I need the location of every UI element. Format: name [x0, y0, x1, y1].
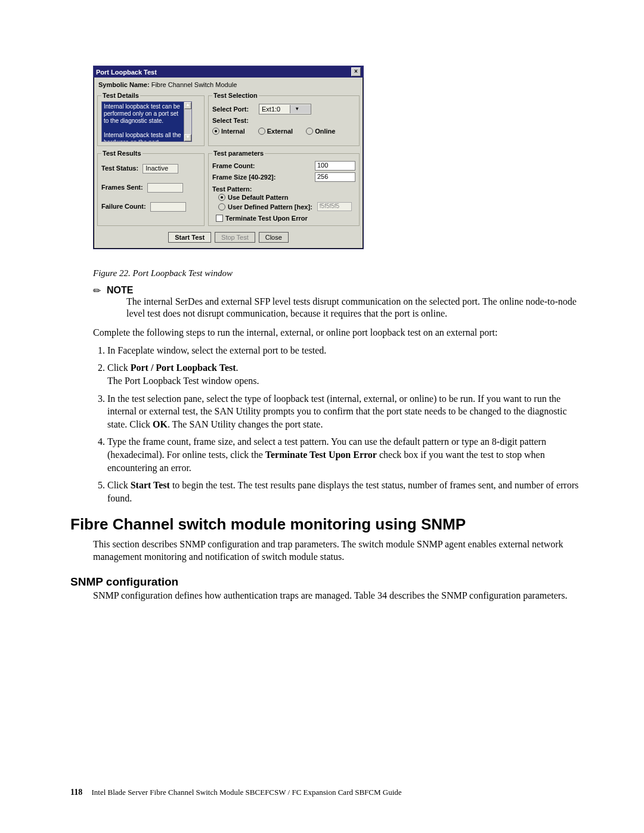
radio-dot-on-icon — [212, 128, 219, 135]
radio-dot-icon — [306, 128, 313, 135]
failure-count-label: Failure Count: — [101, 203, 146, 210]
step-2-sub: The Port Loopback Test window opens. — [107, 374, 584, 388]
select-port-value: Ext1:0 — [259, 106, 290, 113]
legend-test-results: Test Results — [101, 150, 143, 157]
intro-paragraph: Complete the following steps to run the … — [93, 327, 584, 339]
test-type-radio-group: Internal External Online — [212, 128, 355, 135]
group-test-details: Test Details Internal loopback test can … — [97, 92, 205, 146]
frame-size-label: Frame Size [40-292]: — [212, 174, 275, 181]
radio-use-default[interactable]: Use Default Pattern — [218, 194, 355, 201]
radio-user-defined[interactable]: User Defined Pattern [hex]: f5f5f5f5 — [218, 202, 355, 211]
select-port-label: Select Port: — [212, 106, 254, 113]
close-icon[interactable]: × — [351, 67, 361, 76]
legend-test-details: Test Details — [101, 92, 140, 99]
frames-sent-value — [147, 183, 183, 193]
details-para2: Internal loopback tests all the hardware… — [104, 132, 181, 142]
select-port-combo[interactable]: Ext1:0 ▼ — [259, 104, 311, 114]
details-textarea[interactable]: Internal loopback test can be performed … — [101, 101, 192, 142]
frame-count-label: Frame Count: — [212, 162, 255, 169]
user-defined-hex-input[interactable]: f5f5f5f5 — [317, 202, 352, 211]
terminate-on-error-checkbox[interactable]: Terminate Test Upon Error — [216, 215, 355, 222]
radio-dot-icon — [258, 128, 265, 135]
stop-test-button: Stop Test — [215, 232, 255, 243]
group-test-parameters: Test parameters Frame Count: 100 Frame S… — [208, 150, 360, 226]
test-status-label: Test Status: — [101, 165, 138, 172]
select-test-label: Select Test: — [212, 117, 254, 124]
step-3: In the test selection pane, select the t… — [107, 392, 584, 431]
step-4: Type the frame count, frame size, and se… — [107, 435, 584, 474]
subsection-paragraph: SNMP configuration defines how authentic… — [93, 590, 584, 602]
scroll-up-icon[interactable]: ▲ — [184, 102, 191, 109]
chevron-down-icon[interactable]: ▼ — [290, 105, 311, 113]
dialog-title: Port Loopback Test — [96, 69, 157, 76]
symbolic-name-line: Symbolic Name: Fibre Channel Switch Modu… — [97, 80, 360, 91]
section-heading: Fibre Channel switch module monitoring u… — [70, 515, 584, 534]
page-number: 118 — [70, 788, 82, 797]
note-heading: NOTE — [107, 285, 133, 295]
frame-count-input[interactable]: 100 — [315, 161, 355, 171]
scrollbar[interactable]: ▲ ▼ — [184, 102, 191, 141]
radio-dot-icon — [218, 203, 225, 210]
group-test-results: Test Results Test Status: Inactive Frame… — [97, 150, 205, 226]
dialog-titlebar: Port Loopback Test × — [94, 66, 363, 78]
checkbox-icon — [216, 215, 223, 222]
footer-text: Intel Blade Server Fibre Channel Switch … — [91, 788, 401, 797]
close-button[interactable]: Close — [259, 232, 289, 243]
step-2: Click Port / Port Loopback Test. The Por… — [107, 361, 584, 387]
dialog-window: Port Loopback Test × Symbolic Name: Fibr… — [93, 66, 364, 249]
step-1: In Faceplate window, select the external… — [107, 344, 584, 357]
legend-test-parameters: Test parameters — [212, 150, 265, 157]
frames-sent-label: Frames Sent: — [101, 184, 143, 191]
symbolic-value: Fibre Channel Switch Module — [151, 81, 237, 88]
symbolic-label: Symbolic Name: — [98, 81, 150, 88]
figure-port-loopback-dialog: Port Loopback Test × Symbolic Name: Fibr… — [93, 66, 584, 249]
dialog-button-row: Start Test Stop Test Close — [97, 228, 360, 245]
radio-online[interactable]: Online — [306, 128, 335, 135]
test-pattern-label: Test Pattern: — [212, 185, 355, 193]
details-para1: Internal loopback test can be performed … — [104, 103, 180, 124]
section-paragraph: This section describes SNMP configuratio… — [93, 538, 584, 563]
note-body: The internal SerDes and external SFP lev… — [126, 296, 584, 320]
radio-dot-on-icon — [218, 194, 225, 201]
frame-size-input[interactable]: 256 — [315, 172, 355, 182]
radio-external[interactable]: External — [258, 128, 293, 135]
failure-count-value — [150, 202, 186, 212]
page-footer: 118 Intel Blade Server Fibre Channel Swi… — [70, 788, 402, 797]
test-status-value: Inactive — [143, 164, 178, 174]
legend-test-selection: Test Selection — [212, 92, 259, 99]
subsection-heading: SNMP configuration — [70, 575, 584, 589]
step-5: Click Start Test to begin the test. The … — [107, 479, 584, 504]
group-test-selection: Test Selection Select Port: Ext1:0 ▼ Sel… — [208, 92, 360, 146]
scroll-down-icon[interactable]: ▼ — [184, 134, 191, 141]
figure-caption: Figure 22. Port Loopback Test window — [93, 268, 584, 278]
note-icon: ✏ — [93, 285, 101, 296]
start-test-button[interactable]: Start Test — [168, 232, 211, 243]
radio-internal[interactable]: Internal — [212, 128, 245, 135]
steps-list: In Faceplate window, select the external… — [93, 344, 584, 505]
